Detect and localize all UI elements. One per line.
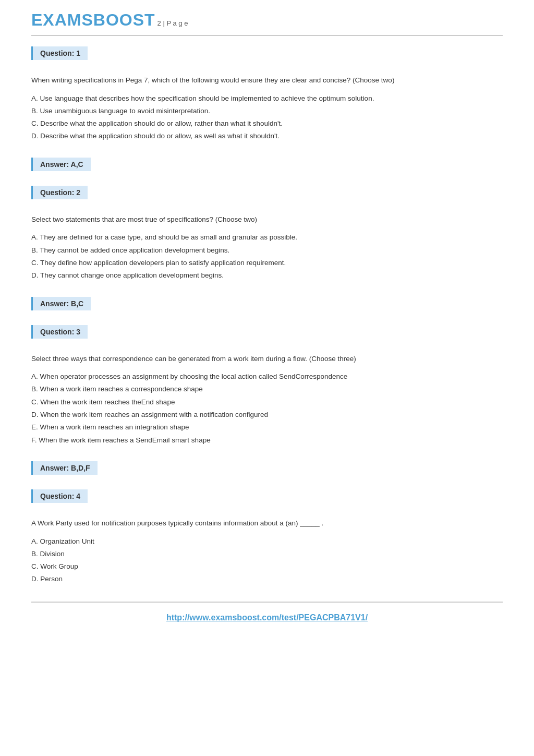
option-2-1: A. They are defined for a case type, and… — [31, 231, 503, 244]
option-3-5: E. When a work item reaches an integrati… — [31, 421, 503, 434]
option-1-4: D. Describe what the application should … — [31, 130, 503, 142]
option-2-3: C. They define how application developer… — [31, 257, 503, 269]
option-3-1: A. When operator processes an assignment… — [31, 370, 503, 383]
question-options-3: A. When operator processes an assignment… — [31, 370, 503, 447]
brand-name: EXAMSBOOST — [31, 10, 155, 30]
question-block-2: Question: 2Select two statements that ar… — [31, 186, 503, 282]
answer-block-3: Answer: B,D,F — [31, 461, 503, 475]
option-4-2: B. Division — [31, 548, 503, 560]
question-text-4: A Work Party used for notification purpo… — [31, 518, 503, 529]
question-text-1: When writing specifications in Pega 7, w… — [31, 75, 503, 86]
option-3-3: C. When the work item reaches theEnd sha… — [31, 396, 503, 409]
answer-label-1: Answer: A,C — [31, 158, 91, 171]
option-4-4: D. Person — [31, 573, 503, 585]
question-block-4: Question: 4A Work Party used for notific… — [31, 489, 503, 586]
question-text-3: Select three ways that correspondence ca… — [31, 353, 503, 365]
page-number: 2 | P a g e — [157, 19, 188, 27]
option-2-4: D. They cannot change once application d… — [31, 269, 503, 282]
question-label-1: Question: 1 — [31, 46, 88, 60]
option-4-3: C. Work Group — [31, 560, 503, 573]
question-block-3: Question: 3Select three ways that corres… — [31, 325, 503, 447]
option-4-1: A. Organization Unit — [31, 535, 503, 548]
option-2-2: B. They cannot be added once application… — [31, 244, 503, 257]
question-label-4: Question: 4 — [31, 489, 88, 503]
answer-block-2: Answer: B,C — [31, 297, 503, 310]
answer-block-1: Answer: A,C — [31, 158, 503, 171]
option-3-2: B. When a work item reaches a correspond… — [31, 383, 503, 395]
option-3-6: F. When the work item reaches a SendEmai… — [31, 434, 503, 447]
question-label-2: Question: 2 — [31, 186, 88, 199]
question-options-2: A. They are defined for a case type, and… — [31, 231, 503, 282]
footer: http://www.examsboost.com/test/PEGACPBA7… — [31, 602, 503, 622]
questions-container: Question: 1When writing specifications i… — [31, 46, 503, 586]
question-block-1: Question: 1When writing specifications i… — [31, 46, 503, 143]
question-options-4: A. Organization UnitB. DivisionC. Work G… — [31, 535, 503, 586]
answer-label-2: Answer: B,C — [31, 297, 91, 310]
answer-label-3: Answer: B,D,F — [31, 461, 98, 475]
option-1-1: A. Use language that describes how the s… — [31, 92, 503, 105]
option-1-2: B. Use unambiguous language to avoid mis… — [31, 105, 503, 117]
page-header: EXAMSBOOST 2 | P a g e — [31, 10, 503, 36]
question-text-2: Select two statements that are most true… — [31, 214, 503, 225]
option-3-4: D. When the work item reaches an assignm… — [31, 409, 503, 421]
question-options-1: A. Use language that describes how the s… — [31, 92, 503, 143]
footer-link[interactable]: http://www.examsboost.com/test/PEGACPBA7… — [166, 613, 368, 622]
question-label-3: Question: 3 — [31, 325, 88, 339]
option-1-3: C. Describe what the application should … — [31, 117, 503, 130]
